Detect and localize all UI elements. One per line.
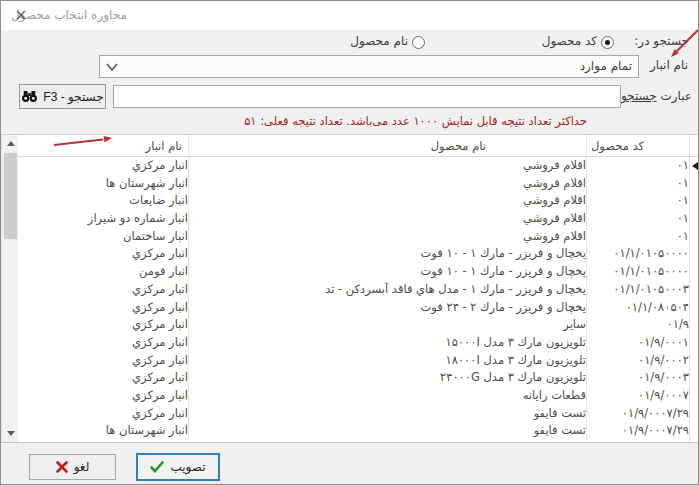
vertical-scrollbar[interactable] bbox=[1, 135, 18, 442]
cell-product: اقلام فروشي bbox=[188, 175, 586, 193]
close-icon: × bbox=[15, 6, 28, 24]
chevron-down-icon bbox=[105, 62, 119, 72]
cell-code: ۰۱/۹/۰۰۰۷/۲۹ bbox=[586, 405, 689, 423]
table-row[interactable]: ۰۱/۱/۰۱۰۵۰۰۰۰یخچال و فریزر - مارك ۱ - ۱۰… bbox=[18, 263, 689, 281]
cell-warehouse: انبار ضایعات bbox=[18, 192, 188, 210]
cell-product: یخچال و فریزر - مارك ۱ - ۱۰ فوت bbox=[188, 245, 586, 263]
cell-code: ۰۱ bbox=[586, 175, 689, 193]
cell-warehouse: انبار مرکزي bbox=[18, 352, 188, 370]
cell-warehouse: انبار شهرستان ها bbox=[18, 422, 188, 440]
product-select-dialog: محاوره انتخاب محصول × جستجو در: کد محصول… bbox=[0, 0, 699, 485]
radio-search-by-name[interactable] bbox=[412, 36, 425, 49]
cell-warehouse: انبار شهرستان ها bbox=[18, 175, 188, 193]
scroll-down-button[interactable] bbox=[2, 425, 19, 442]
table-row[interactable]: ۰۱/۹/۰۰۰۷/۲۹تست فایفوانبار شهرستان ها bbox=[18, 422, 689, 440]
search-phrase-label: عبارت جستجو bbox=[621, 89, 692, 103]
table-row[interactable]: ۰۱/۱/۰۸۰۵۰۴یخچال و فریزر - مارك ۲ - ۲۴ ف… bbox=[18, 299, 689, 317]
cell-product: قطعات رایانه bbox=[188, 387, 586, 405]
column-header-product[interactable]: نام محصول bbox=[188, 135, 586, 157]
table-row[interactable]: ۰۱/۹/۰۰۰۱تلویزیون مارك ۳ مدل ۱۵۰۰۰Iانبار… bbox=[18, 334, 689, 352]
cell-code: ۰۱/۱/۰۸۰۵۰۴ bbox=[586, 299, 689, 317]
search-phrase-label-prefix: عبارت bbox=[657, 89, 692, 103]
cell-product: تلویزیون مارك ۳ مدل ۱۸۰۰۰I bbox=[188, 352, 586, 370]
table-row[interactable]: ۰۱/۹/۰۰۰۷/۲۹تست فایفوانبار مرکزي bbox=[18, 405, 689, 423]
cell-code: ۰۱ bbox=[586, 192, 689, 210]
cell-code: ۰۱/۹/۰۰۰۳ bbox=[586, 369, 689, 387]
selected-row-marker bbox=[692, 162, 698, 170]
cell-code: ۰۱ bbox=[586, 210, 689, 228]
approve-button-label: تصویب bbox=[170, 460, 205, 474]
cell-warehouse: انبار ساختمان bbox=[18, 228, 188, 246]
table-row[interactable]: ۰۱اقلام فروشيانبار شهرستان ها bbox=[18, 175, 689, 193]
cell-product: اقلام فروشي bbox=[188, 157, 586, 175]
warehouse-selected-value: تمام موارد bbox=[580, 59, 632, 73]
cell-code: ۰۱/۱/۰۱۰۵۰۰۰۰ bbox=[586, 263, 689, 281]
table-row[interactable]: ۰۱/۹سایرانبار مرکزي bbox=[18, 316, 689, 334]
cell-product: اقلام فروشي bbox=[188, 210, 586, 228]
cell-warehouse: انبار شماره دو شیراز bbox=[18, 210, 188, 228]
scrollbar-thumb[interactable] bbox=[4, 153, 17, 239]
cell-warehouse: انبار مرکزي bbox=[18, 405, 188, 423]
cancel-button-label: لغو bbox=[74, 460, 90, 474]
table-row[interactable]: ۰۱اقلام فروشيانبار ضایعات bbox=[18, 192, 689, 210]
search-phrase-label-emph: جستجو bbox=[621, 89, 657, 103]
cell-product: یخچال و فریزر - مارك ۱ - ۱۰ فوت bbox=[188, 263, 586, 281]
cell-product: اقلام فروشي bbox=[188, 228, 586, 246]
radio-search-by-code[interactable] bbox=[601, 36, 614, 49]
warehouse-combobox[interactable]: تمام موارد bbox=[99, 55, 639, 78]
search-input[interactable] bbox=[113, 85, 621, 108]
table-row[interactable]: ۰۱اقلام فروشيانبار مرکزي bbox=[18, 157, 689, 175]
chevron-up-icon bbox=[7, 141, 15, 146]
cell-code: ۰۱ bbox=[586, 228, 689, 246]
result-limit-notice: حداکثر تعداد نتیجه قابل نمایش ۱۰۰۰ عدد م… bbox=[244, 114, 587, 128]
table-header: کد محصول نام محصول نام انبار bbox=[18, 135, 689, 157]
table-row[interactable]: ۰۱/۱/۰۱۰۵۰۰۰۰یخچال و فریزر - مارك ۱ - ۱۰… bbox=[18, 245, 689, 263]
column-header-code[interactable]: کد محصول bbox=[586, 135, 689, 157]
cell-warehouse: انبار مرکزي bbox=[18, 157, 188, 175]
approve-button[interactable]: تصویب bbox=[136, 453, 220, 481]
cell-warehouse: انبار مرکزي bbox=[18, 245, 188, 263]
search-in-label: جستجو در: bbox=[634, 34, 689, 48]
results-table: کد محصول نام محصول نام انبار ۰۱اقلام فرو… bbox=[1, 134, 699, 443]
cell-warehouse: انبار مرکزي bbox=[18, 334, 188, 352]
cell-product: یخچال و فریزر - مارك ۱ - مدل هاي فاقد آب… bbox=[188, 281, 586, 299]
cell-code: ۰۱/۱/۰۱۰۵۰۰۰۳ bbox=[586, 281, 689, 299]
cell-product: سایر bbox=[188, 316, 586, 334]
cell-code: ۰۱/۹/۰۰۰۲ bbox=[586, 352, 689, 370]
data-grid: کد محصول نام محصول نام انبار ۰۱اقلام فرو… bbox=[18, 135, 689, 442]
scroll-up-button[interactable] bbox=[2, 135, 19, 152]
table-row[interactable]: ۰۱/۹/۰۰۰۷قطعات رایانهانبار مرکزي bbox=[18, 387, 689, 405]
cell-warehouse: انبار مرکزي bbox=[18, 316, 188, 334]
cell-warehouse: انبار مرکزي bbox=[18, 281, 188, 299]
table-row[interactable]: ۰۱/۹/۰۰۰۲تلویزیون مارك ۳ مدل ۱۸۰۰۰Iانبار… bbox=[18, 352, 689, 370]
close-button[interactable]: × bbox=[9, 5, 33, 26]
warehouse-label: نام انبار bbox=[650, 58, 688, 72]
cell-warehouse: انبار مرکزي bbox=[18, 299, 188, 317]
cell-code: ۰۱ bbox=[586, 157, 689, 175]
cell-code: ۰۱/۱/۰۱۰۵۰۰۰۰ bbox=[586, 245, 689, 263]
cell-product: تلویزیون مارك ۳ مدل ۲۴۰۰۰G bbox=[188, 369, 586, 387]
table-row[interactable]: ۰۱اقلام فروشيانبار شماره دو شیراز bbox=[18, 210, 689, 228]
cell-warehouse: انبار مرکزي bbox=[18, 387, 188, 405]
search-button-label: جستجو - F3 bbox=[43, 90, 103, 104]
cell-product: تلویزیون مارك ۳ مدل ۱۵۰۰۰I bbox=[188, 334, 586, 352]
radio-label-code: کد محصول bbox=[542, 34, 597, 48]
title-bar[interactable]: محاوره انتخاب محصول × bbox=[1, 1, 698, 30]
table-row[interactable]: ۰۱اقلام فروشيانبار ساختمان bbox=[18, 228, 689, 246]
cell-code: ۰۱/۹/۰۰۰۷/۲۹ bbox=[586, 422, 689, 440]
table-row[interactable]: ۰۱/۹/۰۰۰۳تلویزیون مارك ۳ مدل ۲۴۰۰۰Gانبار… bbox=[18, 369, 689, 387]
search-button[interactable]: جستجو - F3 bbox=[19, 84, 106, 109]
row-selector-column[interactable] bbox=[689, 135, 699, 442]
cell-product: اقلام فروشي bbox=[188, 192, 586, 210]
table-row[interactable]: ۰۱/۱/۰۱۰۵۰۰۰۳یخچال و فریزر - مارك ۱ - مد… bbox=[18, 281, 689, 299]
cell-warehouse: انبار فومن bbox=[18, 263, 188, 281]
cell-code: ۰۱/۹/۰۰۰۷ bbox=[586, 387, 689, 405]
row-selector-header bbox=[690, 135, 699, 157]
cell-code: ۰۱/۹ bbox=[586, 316, 689, 334]
cell-code: ۰۱/۹/۰۰۰۱ bbox=[586, 334, 689, 352]
column-header-warehouse[interactable]: نام انبار bbox=[18, 135, 188, 157]
chevron-down-icon bbox=[7, 431, 15, 436]
cell-product: تست فایفو bbox=[188, 422, 586, 440]
cancel-button[interactable]: لغو bbox=[29, 454, 116, 480]
cell-product: تست فایفو bbox=[188, 405, 586, 423]
